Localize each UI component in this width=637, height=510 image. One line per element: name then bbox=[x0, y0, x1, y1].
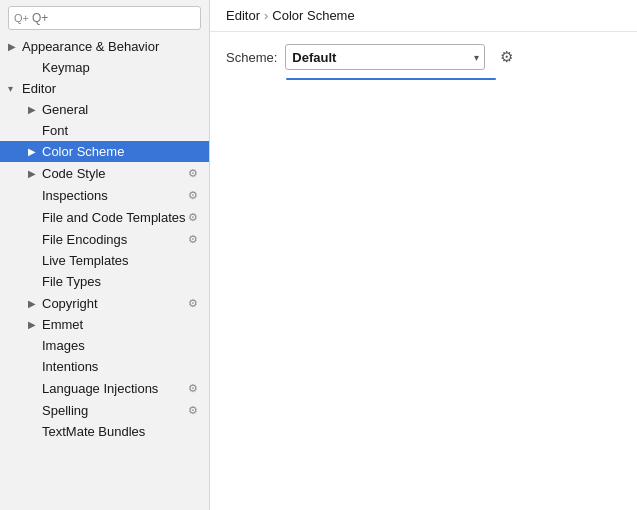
sidebar-item-textmate-bundles[interactable]: TextMate Bundles bbox=[0, 421, 209, 442]
sidebar-item-label: Code Style bbox=[42, 166, 185, 181]
sidebar-item-label: Images bbox=[42, 338, 201, 353]
sidebar-item-label: Inspections bbox=[42, 188, 185, 203]
breadcrumb-parent: Editor bbox=[226, 8, 260, 23]
scheme-select-wrapper[interactable]: DefaultClassic LightDarculaHigh Contrast… bbox=[285, 44, 485, 70]
settings-icon: ⚙ bbox=[185, 187, 201, 203]
sidebar-item-editor[interactable]: ▾Editor bbox=[0, 78, 209, 99]
sidebar-item-inspections[interactable]: Inspections⚙ bbox=[0, 184, 209, 206]
sidebar-item-images[interactable]: Images bbox=[0, 335, 209, 356]
search-input[interactable] bbox=[32, 11, 195, 25]
sidebar-item-appearance[interactable]: ▶Appearance & Behavior bbox=[0, 36, 209, 57]
breadcrumb-separator: › bbox=[264, 8, 268, 23]
sidebar-item-file-encodings[interactable]: File Encodings⚙ bbox=[0, 228, 209, 250]
sidebar-item-keymap[interactable]: Keymap bbox=[0, 57, 209, 78]
chevron-icon: ▾ bbox=[8, 83, 22, 94]
sidebar-item-intentions[interactable]: Intentions bbox=[0, 356, 209, 377]
settings-icon: ⚙ bbox=[185, 295, 201, 311]
sidebar-item-file-types[interactable]: File Types bbox=[0, 271, 209, 292]
sidebar-item-label: Copyright bbox=[42, 296, 185, 311]
sidebar-item-language-injections[interactable]: Language Injections⚙ bbox=[0, 377, 209, 399]
sidebar-item-live-templates[interactable]: Live Templates bbox=[0, 250, 209, 271]
main-content: Editor › Color Scheme Scheme: DefaultCla… bbox=[210, 0, 637, 510]
chevron-icon: ▶ bbox=[28, 319, 42, 330]
sidebar-item-label: General bbox=[42, 102, 201, 117]
sidebar-item-label: Keymap bbox=[42, 60, 201, 75]
settings-icon: ⚙ bbox=[186, 209, 201, 225]
chevron-icon: ▶ bbox=[28, 168, 42, 179]
scheme-row: Scheme: DefaultClassic LightDarculaHigh … bbox=[226, 44, 621, 70]
settings-icon: ⚙ bbox=[185, 402, 201, 418]
sidebar-item-label: Spelling bbox=[42, 403, 185, 418]
scheme-select[interactable]: DefaultClassic LightDarculaHigh Contrast… bbox=[285, 44, 485, 70]
sidebar-item-label: Font bbox=[42, 123, 201, 138]
settings-panel: Scheme: DefaultClassic LightDarculaHigh … bbox=[210, 32, 637, 92]
chevron-icon: ▶ bbox=[8, 41, 22, 52]
sidebar-tree: ▶Appearance & BehaviorKeymap▾Editor▶Gene… bbox=[0, 34, 209, 444]
settings-icon: ⚙ bbox=[185, 380, 201, 396]
search-box[interactable]: Q+ bbox=[8, 6, 201, 30]
sidebar-item-copyright[interactable]: ▶Copyright⚙ bbox=[0, 292, 209, 314]
sidebar: Q+ ▶Appearance & BehaviorKeymap▾Editor▶G… bbox=[0, 0, 210, 510]
sidebar-item-label: Editor bbox=[22, 81, 201, 96]
search-icon: Q+ bbox=[14, 12, 29, 24]
sidebar-item-spelling[interactable]: Spelling⚙ bbox=[0, 399, 209, 421]
settings-icon: ⚙ bbox=[185, 231, 201, 247]
chevron-icon: ▶ bbox=[28, 104, 42, 115]
sidebar-item-label: Color Scheme bbox=[42, 144, 201, 159]
sidebar-item-label: Emmet bbox=[42, 317, 201, 332]
sidebar-item-label: Appearance & Behavior bbox=[22, 39, 201, 54]
sidebar-item-label: TextMate Bundles bbox=[42, 424, 201, 439]
chevron-icon: ▶ bbox=[28, 298, 42, 309]
sidebar-item-code-style[interactable]: ▶Code Style⚙ bbox=[0, 162, 209, 184]
breadcrumb: Editor › Color Scheme bbox=[210, 0, 637, 32]
sidebar-item-label: Language Injections bbox=[42, 381, 185, 396]
sidebar-item-label: File and Code Templates bbox=[42, 210, 186, 225]
gear-button[interactable]: ⚙ bbox=[493, 44, 519, 70]
sidebar-item-font[interactable]: Font bbox=[0, 120, 209, 141]
settings-icon: ⚙ bbox=[185, 165, 201, 181]
sidebar-item-label: Live Templates bbox=[42, 253, 201, 268]
sidebar-item-label: Intentions bbox=[42, 359, 201, 374]
sidebar-item-emmet[interactable]: ▶Emmet bbox=[0, 314, 209, 335]
sidebar-item-general[interactable]: ▶General bbox=[0, 99, 209, 120]
sidebar-item-label: File Types bbox=[42, 274, 201, 289]
chevron-icon: ▶ bbox=[28, 146, 42, 157]
scheme-label: Scheme: bbox=[226, 50, 277, 65]
color-scheme-underline bbox=[286, 78, 496, 80]
breadcrumb-current: Color Scheme bbox=[272, 8, 354, 23]
sidebar-item-color-scheme[interactable]: ▶Color Scheme bbox=[0, 141, 209, 162]
sidebar-item-file-code-templates[interactable]: File and Code Templates⚙ bbox=[0, 206, 209, 228]
sidebar-item-label: File Encodings bbox=[42, 232, 185, 247]
